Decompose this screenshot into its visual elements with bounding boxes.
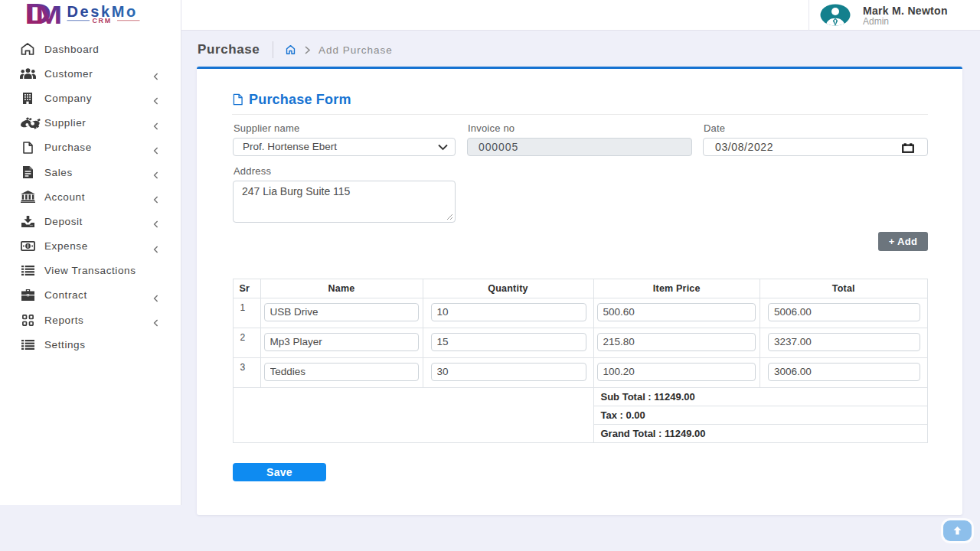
svg-text:M: M bbox=[35, 2, 62, 28]
svg-text:CRM: CRM bbox=[93, 17, 112, 24]
